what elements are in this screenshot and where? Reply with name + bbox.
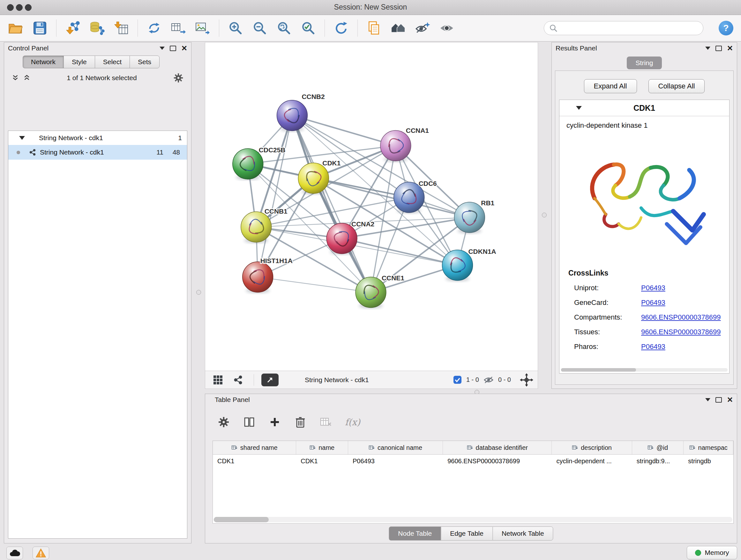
expand-all-tree-icon[interactable]: [23, 74, 30, 81]
column-header[interactable]: @id: [632, 441, 684, 454]
close-panel-icon[interactable]: ✕: [727, 45, 733, 52]
zoom-selected-button[interactable]: [300, 20, 316, 36]
search-input[interactable]: [561, 24, 698, 32]
gene-symbol: CDK1: [633, 104, 655, 113]
network-node-ccnb1[interactable]: [241, 212, 272, 242]
home-panels-button[interactable]: [390, 20, 406, 36]
network-node-ccna1[interactable]: [381, 130, 411, 161]
float-panel-icon[interactable]: [716, 397, 722, 402]
table-row[interactable]: CDK1CDK1P064939606.ENSP00000378699cyclin…: [213, 455, 733, 468]
zoom-fit-button[interactable]: [276, 20, 292, 36]
table-horizontal-scrollbar[interactable]: [214, 517, 732, 522]
gene-section-header[interactable]: CDK1: [559, 100, 729, 116]
panel-menu-icon[interactable]: [705, 398, 711, 401]
tab-edge-table[interactable]: Edge Table: [441, 526, 492, 541]
tab-network-table[interactable]: Network Table: [492, 526, 553, 541]
crosslink-link[interactable]: P06493: [641, 284, 665, 292]
crosslink-link[interactable]: P06493: [641, 299, 665, 307]
close-panel-icon[interactable]: ✕: [181, 45, 187, 52]
network-edge[interactable]: [292, 116, 371, 293]
crosslink-link[interactable]: 9606.ENSP00000378699: [641, 313, 721, 321]
network-view-button[interactable]: [233, 371, 243, 388]
network-row-selected[interactable]: String Network - cdk1 11 48: [8, 145, 187, 160]
warnings-button[interactable]: [32, 547, 49, 559]
network-node-hist1h1a[interactable]: [243, 262, 273, 293]
crosslink-link[interactable]: P06493: [641, 343, 665, 351]
hidden-eye-slash-icon[interactable]: [483, 375, 494, 384]
tab-network[interactable]: Network: [23, 56, 64, 68]
network-edge[interactable]: [258, 277, 371, 293]
hide-panels-button[interactable]: [414, 20, 430, 36]
network-node-ccna2[interactable]: [327, 223, 357, 254]
eye-icon: [439, 21, 455, 35]
selected-nodes-checkbox-icon[interactable]: [453, 375, 462, 384]
import-network-database-button[interactable]: [89, 20, 105, 36]
refresh-button[interactable]: [333, 20, 349, 36]
tab-string[interactable]: String: [627, 57, 662, 69]
tab-sets[interactable]: Sets: [130, 56, 159, 68]
column-header[interactable]: database identifier: [443, 441, 552, 454]
memory-label: Memory: [705, 549, 729, 557]
help-button[interactable]: ?: [719, 21, 733, 36]
import-table-button[interactable]: [113, 20, 129, 36]
column-header[interactable]: name: [296, 441, 348, 454]
network-label: String Network - cdk1: [40, 148, 104, 156]
copy-document-button[interactable]: [366, 20, 382, 36]
network-edge[interactable]: [342, 239, 457, 265]
network-graph[interactable]: CCNB2CCNA1CDC25BCDK1CDC6RB1CCNB1CCNA2CDK…: [205, 43, 538, 371]
table-options-button[interactable]: [217, 416, 230, 428]
cloud-status-button[interactable]: [6, 547, 23, 559]
float-panel-icon[interactable]: [716, 46, 722, 51]
panel-menu-icon[interactable]: [705, 47, 711, 50]
function-builder-button[interactable]: f(x): [345, 417, 360, 428]
column-header[interactable]: shared name: [213, 441, 296, 454]
import-network-file-button[interactable]: [65, 20, 81, 36]
table-body: CDK1CDK1P064939606.ENSP00000378699cyclin…: [213, 455, 733, 468]
birdseye-view-button[interactable]: [261, 371, 279, 388]
open-session-button[interactable]: [8, 20, 23, 36]
network-node-cdk1[interactable]: [298, 163, 329, 193]
network-table-button[interactable]: [171, 20, 186, 36]
panel-menu-icon[interactable]: [159, 47, 165, 50]
network-node-ccnb2[interactable]: [277, 100, 308, 131]
network-edge[interactable]: [258, 116, 292, 277]
splitter-handle[interactable]: [542, 212, 547, 217]
grid-view-button[interactable]: [213, 371, 223, 388]
export-image-button[interactable]: [195, 20, 211, 36]
network-collection-row[interactable]: String Network - cdk1 1: [8, 131, 187, 145]
network-edge[interactable]: [292, 116, 395, 146]
zoom-in-button[interactable]: [227, 20, 244, 36]
memory-button[interactable]: Memory: [687, 546, 737, 559]
show-columns-button[interactable]: [243, 416, 256, 428]
add-column-button[interactable]: [268, 416, 281, 428]
column-header[interactable]: namespac: [684, 441, 733, 454]
network-options-gear-icon[interactable]: [173, 73, 184, 83]
network-node-rb1[interactable]: [455, 202, 485, 233]
close-panel-icon[interactable]: ✕: [727, 396, 733, 403]
crosslink-label: GeneCard:: [574, 299, 641, 307]
crosslink-link[interactable]: 9606.ENSP00000378699: [641, 328, 721, 336]
new-network-button[interactable]: [146, 20, 162, 36]
pan-crosshair-icon[interactable]: [520, 373, 533, 387]
tab-style[interactable]: Style: [64, 56, 95, 68]
show-panels-button[interactable]: [439, 20, 455, 36]
column-header[interactable]: canonical name: [348, 441, 443, 454]
section-expand-icon[interactable]: [576, 106, 582, 110]
tree-expand-icon[interactable]: [19, 136, 25, 140]
float-panel-icon[interactable]: [170, 46, 176, 51]
tab-node-table[interactable]: Node Table: [389, 526, 441, 541]
zoom-out-button[interactable]: [252, 20, 268, 36]
network-node-ccne1[interactable]: [355, 277, 386, 308]
node-label-ccna1: CCNA1: [406, 127, 429, 134]
save-session-button[interactable]: [32, 20, 48, 36]
columns-icon: [244, 417, 255, 428]
expand-all-button[interactable]: Expand All: [584, 79, 637, 93]
column-header[interactable]: description: [552, 441, 632, 454]
collapse-all-button[interactable]: Collapse All: [649, 79, 705, 93]
results-horizontal-scrollbar[interactable]: [561, 368, 728, 372]
collapse-all-tree-icon[interactable]: [12, 74, 19, 81]
network-canvas[interactable]: CCNB2CCNA1CDC25BCDK1CDC6RB1CCNB1CCNA2CDK…: [205, 42, 538, 371]
tab-select[interactable]: Select: [95, 56, 130, 68]
splitter-handle[interactable]: [196, 290, 201, 295]
delete-column-button[interactable]: [294, 416, 307, 428]
